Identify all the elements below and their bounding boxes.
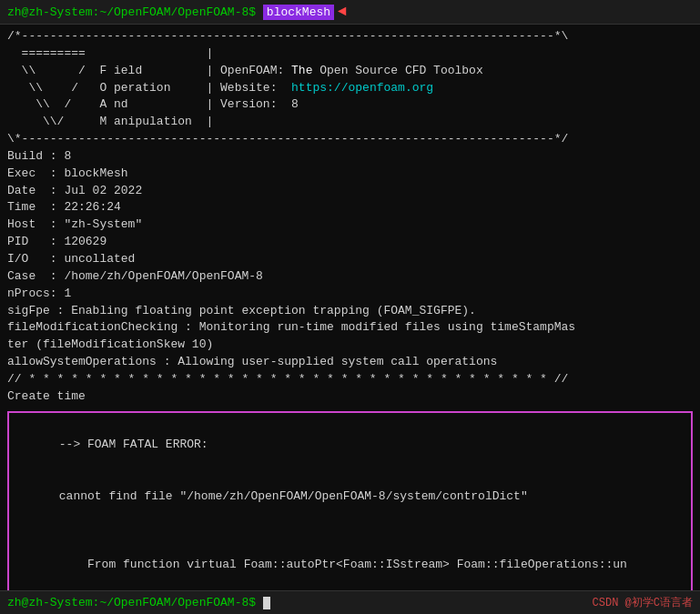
bottom-bar: zh@zh-System:~/OpenFOAM/OpenFOAM-8$ CSDN… [0,590,700,614]
error-line4: From function virtual Foam::autoPtr<Foam… [59,558,627,571]
content-area: /*--------------------------------------… [0,25,700,590]
terminal-window: zh@zh-System:~/OpenFOAM/OpenFOAM-8$ bloc… [0,0,700,614]
separator-line-top: /*--------------------------------------… [7,28,693,45]
allow-line: allowSystemOperations : Allowing user-su… [7,354,693,371]
error-line1: --> FOAM FATAL ERROR: [59,438,208,451]
cursor [263,597,270,609]
sigfpe-line: sigFpe : Enabling floating point excepti… [7,303,693,320]
info-block: Build : 8 Exec : blockMesh Date : Jul 02… [7,148,693,303]
arrow-icon: ◄ [338,4,347,20]
top-bar: zh@zh-System:~/OpenFOAM/OpenFOAM-8$ bloc… [0,0,700,25]
top-prompt: zh@zh-System:~/OpenFOAM/OpenFOAM-8$ bloc… [7,5,334,19]
prompt-text: zh@zh-System:~/OpenFOAM/OpenFOAM-8$ [7,5,256,19]
filemod-line2: ter (fileModificationSkew 10) [7,337,693,354]
create-time: Create time [7,388,693,406]
bottom-prompt: zh@zh-System:~/OpenFOAM/OpenFOAM-8$ [7,596,256,609]
separator-line-bot: \*--------------------------------------… [7,131,693,148]
error-box: --> FOAM FATAL ERROR: cannot find file "… [7,411,693,590]
watermark: CSDN @初学C语言者 [593,595,693,610]
command-highlight: blockMesh [263,5,334,20]
stars-line: // * * * * * * * * * * * * * * * * * * *… [7,371,693,388]
bottom-prompt-area: zh@zh-System:~/OpenFOAM/OpenFOAM-8$ [7,596,270,609]
foam-art: ========= | \\ / F ield | OpenFOAM: The … [7,45,693,131]
filemod-line: fileModificationChecking : Monitoring ru… [7,319,693,337]
error-line2: cannot find file "/home/zh/OpenFOAM/Open… [59,489,528,503]
